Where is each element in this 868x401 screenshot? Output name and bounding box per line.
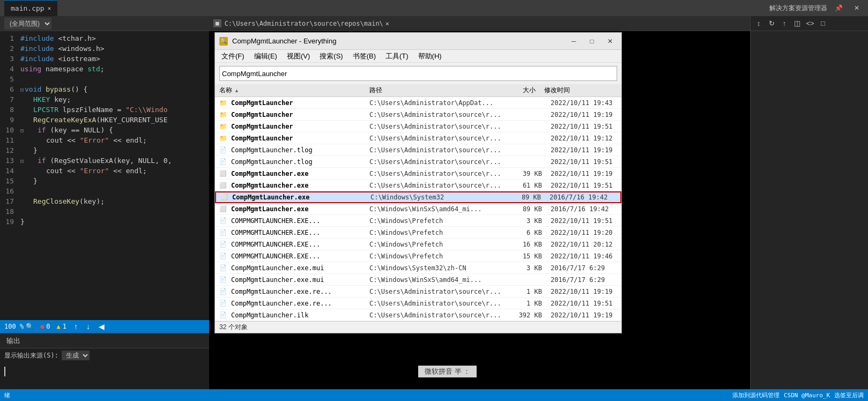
nav-down-button[interactable]: ↓ bbox=[85, 322, 91, 331]
table-row[interactable]: ⬜CompMgmtLauncher.exeC:\Users\Administra… bbox=[215, 180, 621, 191]
table-row[interactable]: 📄CompMgmtLauncher.ilkC:\Users\Administra… bbox=[215, 309, 621, 321]
row-name-text: CompMgmtLauncher bbox=[231, 135, 293, 142]
table-row[interactable]: ⬜CompMgmtLauncher.exeC:\Windows\WinSxS\a… bbox=[215, 203, 621, 215]
output-source-select[interactable]: 生成 bbox=[62, 351, 90, 360]
table-row[interactable]: ⬜CompMgmtLauncher.exeC:\Windows\System32… bbox=[215, 191, 621, 203]
code-line-19: } bbox=[20, 217, 205, 227]
minimize-button[interactable]: ─ bbox=[567, 36, 581, 47]
row-time: 2022/10/11 19:51 bbox=[546, 182, 621, 189]
collapse-icon-13[interactable]: ⊟ bbox=[20, 158, 24, 164]
vs-bottombar: 绪 添加到源代码管理 CSDN @Mauro_K 选签至后调 bbox=[0, 389, 868, 401]
tab-close-icon[interactable]: ✕ bbox=[48, 5, 51, 12]
row-time: 2022/10/11 19:46 bbox=[546, 253, 621, 260]
row-time: 2016/7/17 6:29 bbox=[546, 276, 621, 284]
sidebar-tool-btn-0[interactable]: ↕ bbox=[753, 18, 765, 29]
row-size: 3 KB bbox=[509, 264, 546, 272]
row-size: 15 KB bbox=[509, 253, 546, 260]
table-row[interactable]: 📄CompMgmtLauncher.exe.muiC:\Windows\Syst… bbox=[215, 262, 621, 274]
scope-selector[interactable]: (全局范围) bbox=[4, 18, 51, 29]
menu-item-书签(B)[interactable]: 书签(B) bbox=[348, 50, 380, 62]
collapse-icon-10[interactable]: ⊟ bbox=[20, 128, 24, 133]
code-line-14: cout << "Error" << endl; bbox=[20, 166, 205, 176]
pin-button[interactable]: 📌 bbox=[832, 3, 845, 13]
code-line-5 bbox=[20, 74, 205, 84]
tab-label: main.cpp bbox=[11, 4, 44, 12]
sidebar-tool-btn-2[interactable]: ↑ bbox=[778, 18, 790, 29]
folder-icon: 📁 bbox=[219, 99, 227, 107]
line-number-13: 13 bbox=[0, 155, 14, 166]
line-number-18: 18 bbox=[0, 206, 14, 217]
menu-item-文件(F)[interactable]: 文件(F) bbox=[217, 50, 249, 62]
table-row[interactable]: 📄COMPMGMTLAUNCHER.EXE...C:\Windows\Prefe… bbox=[215, 239, 621, 250]
table-row[interactable]: 📄CompMgmtLauncher.exe.re...C:\Users\Admi… bbox=[215, 286, 621, 298]
row-time: 2022/10/11 19:51 bbox=[546, 300, 621, 307]
row-path: C:\Users\Administrator\AppDat... bbox=[365, 99, 509, 107]
collapse-icon-6[interactable]: ⊟ bbox=[20, 87, 24, 93]
nav-left-button[interactable]: ◀ bbox=[98, 322, 106, 331]
row-name-text: COMPMGMTLAUNCHER.EXE... bbox=[231, 241, 320, 248]
menu-item-搜索(S)[interactable]: 搜索(S) bbox=[315, 50, 347, 62]
code-line-17: RegCloseKey(key); bbox=[20, 196, 205, 206]
output-header: 输出 bbox=[0, 333, 209, 348]
line-number-6: 6 bbox=[0, 84, 14, 94]
code-line-4: using namespace std; bbox=[20, 64, 205, 74]
row-path: C:\Users\Administrator\source\r... bbox=[365, 135, 509, 142]
line-number-2: 2 bbox=[0, 43, 14, 54]
code-content[interactable]: #include <tchar.h>#include <windows.h>#i… bbox=[16, 31, 209, 320]
table-row[interactable]: 📁CompMgmtLauncherC:\Users\Administrator\… bbox=[215, 97, 621, 109]
right-panel: ■ C:\Users\Administrator\source\repos\ma… bbox=[209, 16, 750, 389]
everything-app-icon: 🔍 bbox=[219, 37, 228, 46]
maximize-button[interactable]: □ bbox=[585, 36, 599, 47]
table-row[interactable]: 📄COMPMGMTLAUNCHER.EXE...C:\Windows\Prefe… bbox=[215, 215, 621, 227]
close-sidebar-button[interactable]: ✕ bbox=[850, 3, 864, 13]
everything-search-input[interactable] bbox=[222, 70, 614, 78]
sidebar-tool-btn-5[interactable]: □ bbox=[817, 18, 829, 29]
row-name-text: COMPMGMTLAUNCHER.EXE... bbox=[231, 229, 320, 236]
row-time: 2022/10/11 19:51 bbox=[546, 123, 621, 130]
col-size-header[interactable]: 大小 bbox=[502, 86, 540, 95]
sidebar-tool-btn-1[interactable]: ↻ bbox=[766, 18, 777, 29]
menu-item-视图(V)[interactable]: 视图(V) bbox=[283, 50, 314, 62]
sidebar-tool-btn-3[interactable]: ◫ bbox=[791, 18, 803, 29]
row-name-text: CompMgmtLauncher.exe.re... bbox=[231, 288, 332, 295]
table-row[interactable]: ⬜CompMgmtLauncher.exeC:\Users\Administra… bbox=[215, 168, 621, 180]
line-number-15: 15 bbox=[0, 176, 14, 186]
table-row[interactable]: 📄COMPMGMTLAUNCHER.EXE...C:\Windows\Prefe… bbox=[215, 227, 621, 239]
close-button[interactable]: ✕ bbox=[603, 36, 617, 47]
menu-item-编辑(E)[interactable]: 编辑(E) bbox=[250, 50, 281, 62]
add-source-control[interactable]: 添加到源代码管理 bbox=[732, 391, 780, 399]
error-count: ● 0 bbox=[40, 323, 50, 330]
table-row[interactable]: 📁CompMgmtLauncherC:\Users\Administrator\… bbox=[215, 121, 621, 132]
col-name-header[interactable]: 名称 ▲ bbox=[215, 86, 365, 95]
row-path: C:\Windows\System32 bbox=[366, 194, 508, 201]
line-number-14: 14 bbox=[0, 166, 14, 176]
row-time: 2022/10/11 19:51 bbox=[546, 217, 621, 225]
zoom-level: 100 % 🔍 bbox=[4, 323, 34, 330]
table-row[interactable]: 📄CompMgmtLauncher.tlogC:\Users\Administr… bbox=[215, 144, 621, 156]
tab-main-cpp[interactable]: main.cpp ✕ bbox=[4, 0, 57, 16]
row-path: C:\Windows\System32\zh-CN bbox=[365, 264, 509, 272]
line-number-5: 5 bbox=[0, 74, 14, 84]
row-name-text: CompMgmtLauncher.exe bbox=[231, 205, 309, 213]
menu-item-帮助(H)[interactable]: 帮助(H) bbox=[414, 50, 446, 62]
row-path: C:\Users\Administrator\source\r... bbox=[365, 158, 509, 166]
table-row[interactable]: 📁CompMgmtLauncherC:\Users\Administrator\… bbox=[215, 109, 621, 121]
table-row[interactable]: 📄CompMgmtLauncher.exe.muiC:\Windows\WinS… bbox=[215, 274, 621, 286]
table-body[interactable]: 📁CompMgmtLauncherC:\Users\Administrator\… bbox=[215, 97, 621, 321]
row-time: 2016/7/16 19:42 bbox=[546, 205, 621, 213]
editor-statusbar: 100 % 🔍 ● 0 ▲ 1 ↑ ↓ ◀ bbox=[0, 320, 209, 333]
sidebar-tool-btn-4[interactable]: <> bbox=[804, 18, 816, 29]
nav-up-button[interactable]: ↑ bbox=[73, 322, 79, 331]
table-row[interactable]: 📁CompMgmtLauncherC:\Users\Administrator\… bbox=[215, 132, 621, 144]
line-number-12: 12 bbox=[0, 145, 14, 155]
table-row[interactable]: 📄COMPMGMTLAUNCHER.EXE...C:\Windows\Prefe… bbox=[215, 250, 621, 262]
table-row[interactable]: 📄CompMgmtLauncher.exe.re...C:\Users\Admi… bbox=[215, 298, 621, 309]
col-path-header[interactable]: 路径 bbox=[365, 86, 502, 95]
table-header: 名称 ▲ 路径 大小 修改时间 bbox=[215, 84, 621, 97]
table-row[interactable]: 📄CompMgmtLauncher.tlogC:\Users\Administr… bbox=[215, 156, 621, 168]
line-number-11: 11 bbox=[0, 135, 14, 145]
solution-explorer-title: 解决方案资源管理器 bbox=[769, 4, 827, 13]
col-time-header[interactable]: 修改时间 bbox=[540, 86, 615, 95]
menu-item-工具(T)[interactable]: 工具(T) bbox=[381, 50, 413, 62]
file-icon: 📄 bbox=[219, 158, 227, 166]
